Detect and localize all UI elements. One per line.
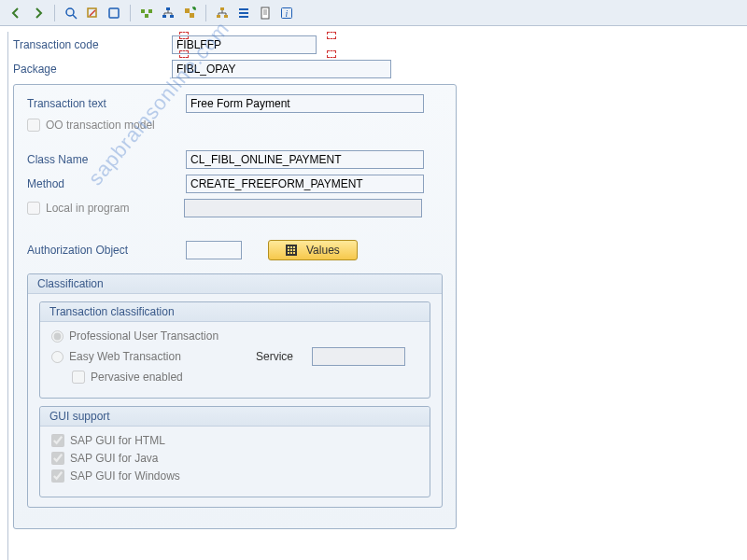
- easyweb-radio-label: Easy Web Transaction: [69, 350, 256, 363]
- transaction-classification-group: Transaction classification Professional …: [39, 301, 430, 399]
- gui-java-checkbox: [51, 452, 64, 465]
- svg-rect-9: [170, 15, 174, 18]
- back-icon[interactable]: [7, 4, 26, 22]
- professional-radio-label: Professional User Transaction: [69, 329, 218, 343]
- svg-rect-18: [261, 7, 269, 19]
- list-icon[interactable]: [234, 4, 253, 22]
- svg-rect-10: [185, 8, 190, 13]
- main-panel: Transaction text OO transaction model Cl…: [13, 84, 457, 529]
- transaction-text-label: Transaction text: [27, 97, 186, 110]
- gui-support-group: GUI support SAP GUI for HTML SAP GUI for…: [39, 406, 430, 497]
- activate-icon[interactable]: [105, 4, 123, 22]
- gui-windows-checkbox: [51, 469, 64, 483]
- info-icon[interactable]: i: [277, 4, 296, 22]
- toolbar-separator: [130, 5, 131, 21]
- local-program-checkbox: [27, 202, 40, 215]
- svg-point-0: [66, 8, 74, 16]
- oo-model-label: OO transaction model: [46, 119, 155, 132]
- method-field[interactable]: [186, 175, 424, 193]
- service-field: [312, 347, 405, 366]
- tcode-field[interactable]: [172, 35, 317, 54]
- svg-rect-8: [162, 15, 166, 18]
- toolbar-separator: [205, 5, 206, 21]
- svg-rect-3: [109, 8, 119, 18]
- svg-rect-5: [148, 9, 152, 13]
- gui-java-label: SAP GUI for Java: [70, 452, 158, 465]
- service-label: Service: [256, 350, 312, 363]
- gui-html-checkbox: [51, 434, 64, 447]
- gui-windows-label: SAP GUI for Windows: [70, 469, 180, 483]
- easyweb-radio: [51, 351, 63, 363]
- package-label: Package: [13, 63, 172, 76]
- svg-rect-4: [141, 9, 145, 13]
- grid-icon: [286, 245, 297, 256]
- values-button-label: Values: [306, 244, 340, 257]
- package-field[interactable]: [172, 60, 391, 78]
- values-button[interactable]: Values: [268, 240, 358, 260]
- svg-rect-7: [166, 7, 170, 10]
- document-icon[interactable]: [256, 4, 275, 22]
- svg-rect-11: [190, 13, 194, 18]
- hierarchy-icon[interactable]: [159, 4, 177, 22]
- transaction-text-field[interactable]: [186, 94, 424, 113]
- oo-model-checkbox: [27, 119, 40, 132]
- professional-radio: [51, 330, 63, 343]
- svg-rect-13: [217, 15, 220, 18]
- classification-group: Classification Transaction classificatio…: [27, 273, 443, 508]
- forward-icon[interactable]: [29, 4, 48, 22]
- method-label: Method: [27, 177, 186, 190]
- local-program-label: Local in program: [46, 202, 184, 215]
- svg-line-1: [73, 15, 77, 19]
- app-toolbar: i: [0, 0, 747, 26]
- svg-rect-14: [224, 15, 228, 18]
- toolbar-separator: [54, 5, 55, 21]
- gui-html-label: SAP GUI for HTML: [70, 434, 165, 447]
- local-program-field: [184, 199, 422, 217]
- classification-title: Classification: [28, 274, 442, 294]
- svg-text:i: i: [286, 8, 289, 19]
- class-name-field[interactable]: [186, 150, 424, 169]
- svg-rect-6: [145, 14, 148, 18]
- tcode-label: Transaction code: [13, 38, 172, 51]
- pervasive-label: Pervasive enabled: [91, 371, 183, 384]
- display-icon[interactable]: [62, 4, 80, 22]
- edit-icon[interactable]: [83, 4, 102, 22]
- pervasive-checkbox: [72, 371, 85, 384]
- where-used-icon[interactable]: [137, 4, 156, 22]
- tree-icon[interactable]: [213, 4, 232, 22]
- auth-object-label: Authorization Object: [27, 244, 186, 257]
- gui-support-title: GUI support: [40, 407, 430, 427]
- other-object-icon[interactable]: [180, 4, 199, 22]
- svg-rect-12: [220, 7, 224, 10]
- class-name-label: Class Name: [27, 153, 186, 166]
- transaction-classification-title: Transaction classification: [40, 302, 430, 322]
- auth-object-field[interactable]: [186, 241, 242, 259]
